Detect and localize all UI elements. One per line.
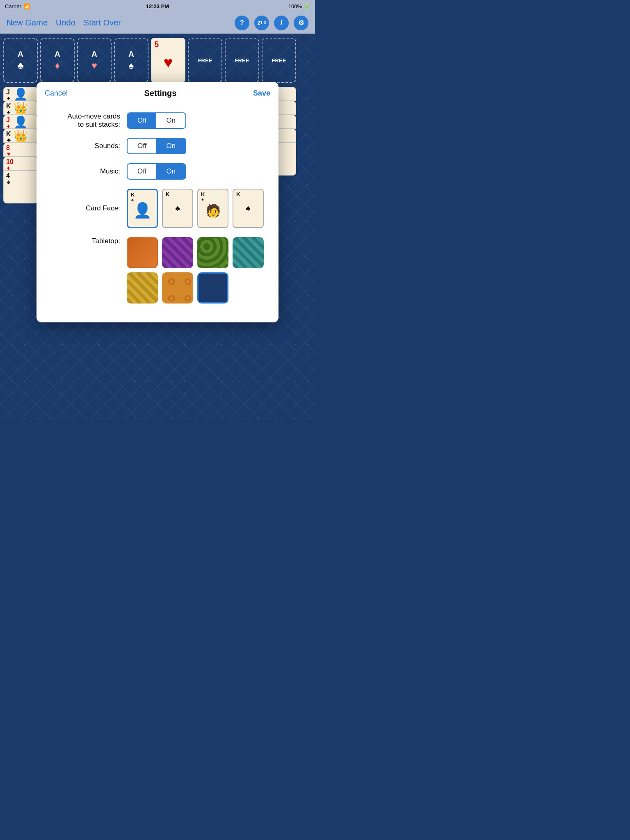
sounds-toggle: Off On: [127, 138, 186, 154]
settings-header: Cancel Settings Save: [37, 82, 278, 104]
auto-move-off-btn[interactable]: Off: [128, 113, 156, 128]
settings-body: Auto-move cards to suit stacks: Off On S…: [37, 104, 278, 322]
sounds-on-btn[interactable]: On: [156, 139, 185, 153]
card-face-label: Card Face:: [46, 204, 120, 212]
auto-move-row: Auto-move cards to suit stacks: Off On: [46, 112, 269, 129]
auto-move-on-btn[interactable]: On: [156, 113, 185, 128]
cancel-button[interactable]: Cancel: [45, 89, 68, 98]
tabletop-yellow[interactable]: [127, 272, 158, 304]
card-face-option-2[interactable]: K ♠: [162, 189, 193, 228]
music-toggle: Off On: [127, 163, 186, 180]
card-face-option-3[interactable]: K ♠ 🧑: [197, 189, 228, 228]
music-on-btn[interactable]: On: [156, 164, 185, 179]
music-label: Music:: [46, 167, 120, 176]
tabletop-dark-blue[interactable]: [197, 272, 228, 304]
tabletop-label: Tabletop:: [46, 237, 120, 245]
card-face-option-1[interactable]: K ♠ 👤: [127, 189, 158, 228]
tabletop-purple[interactable]: [162, 237, 193, 268]
card-face-options: K ♠ 👤 K ♠ K ♠ 🧑: [127, 189, 264, 228]
auto-move-label: Auto-move cards to suit stacks:: [46, 112, 120, 129]
music-off-btn[interactable]: Off: [128, 164, 156, 179]
tabletop-row: Tabletop:: [46, 237, 269, 304]
auto-move-toggle: Off On: [127, 112, 186, 129]
card-face-row: Card Face: K ♠ 👤 K ♠ K: [46, 189, 269, 228]
card-face-option-4[interactable]: K ♠: [233, 189, 264, 228]
tabletop-green[interactable]: [197, 237, 228, 268]
tabletop-row-2: [127, 272, 264, 304]
sounds-label: Sounds:: [46, 142, 120, 150]
tabletop-teal[interactable]: [233, 237, 264, 268]
settings-panel: Cancel Settings Save Auto-move cards to …: [37, 82, 278, 322]
tabletop-orange[interactable]: [127, 237, 158, 268]
tabletop-row-1: [127, 237, 264, 268]
save-button[interactable]: Save: [253, 89, 270, 98]
modal-overlay: Cancel Settings Save Auto-move cards to …: [0, 0, 315, 420]
tabletop-floral[interactable]: [162, 272, 193, 304]
tabletop-options-container: [127, 237, 264, 304]
settings-title: Settings: [144, 89, 177, 98]
sounds-row: Sounds: Off On: [46, 138, 269, 154]
music-row: Music: Off On: [46, 163, 269, 180]
sounds-off-btn[interactable]: Off: [128, 139, 156, 153]
